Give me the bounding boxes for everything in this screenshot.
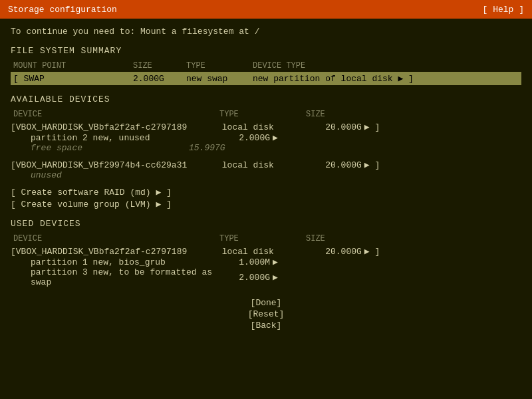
used-device-1-size: 20.000G — [309, 247, 362, 257]
used-device-partition3[interactable]: partition 3 new, to be formatted as swap… — [11, 267, 521, 287]
bracket-open: [ — [11, 122, 16, 132]
done-btn-row: [ Done ] — [251, 298, 282, 308]
bracket-open-2: [ — [11, 160, 16, 170]
device-2-name: VBOX_HARDDISK_VBf29974b4-cc629a31 — [16, 160, 222, 170]
help-button[interactable]: [ Help ] — [483, 5, 524, 15]
available-device-2-main[interactable]: [ VBOX_HARDDISK_VBf29974b4-cc629a31 loca… — [11, 160, 521, 170]
available-device-1-main[interactable]: [ VBOX_HARDDISK_VBbfa2f2af-c2797189 loca… — [11, 122, 521, 132]
reset-btn-row: [ Reset ] — [248, 309, 285, 319]
done-bracket-close: ] — [277, 298, 282, 308]
device-1-type: local disk — [222, 122, 309, 132]
device-1-arrow: ▶ ] — [362, 122, 380, 132]
fs-device-type: new partition of local disk ▶ ] — [253, 73, 426, 84]
reset-bracket-open: [ — [248, 309, 253, 319]
available-device-1: [ VBOX_HARDDISK_VBbfa2f2af-c2797189 loca… — [11, 122, 521, 153]
fs-type: new swap — [186, 74, 253, 84]
device-1-size: 20.000G — [309, 122, 362, 132]
back-bracket-close: ] — [277, 321, 282, 331]
back-button[interactable]: Back — [255, 321, 276, 331]
reset-bracket-close: ] — [279, 309, 285, 319]
device-2-type: local disk — [222, 160, 309, 170]
fs-summary-header: FILE SYSTEM SUMMARY — [11, 46, 521, 56]
used-device-1: [ VBOX_HARDDISK_VBbfa2f2af-c2797189 loca… — [11, 246, 521, 287]
fs-row-swap[interactable]: [ SWAP 2.000G new swap new partition of … — [11, 72, 521, 85]
device-2-arrow: ▶ ] — [362, 160, 380, 170]
instruction-text: To continue you need to: Mount a filesys… — [11, 27, 521, 37]
app-title: Storage configuration — [8, 5, 117, 15]
used-devices-header: USED DEVICES — [11, 219, 521, 229]
fs-table-header: MOUNT POINT SIZE TYPE DEVICE TYPE — [11, 61, 521, 70]
used-bracket-open: [ — [11, 247, 16, 257]
device-2-unused: unused — [11, 170, 521, 180]
fs-size: 2.000G — [133, 74, 186, 84]
buttons-area: [ Done ] [ Reset ] [ Back ] — [11, 298, 521, 331]
create-raid-action[interactable]: [ Create software RAID (md) ▶ ] — [11, 187, 521, 198]
device-1-name: VBOX_HARDDISK_VBbfa2f2af-c2797189 — [16, 122, 222, 132]
available-device-2: [ VBOX_HARDDISK_VBf29974b4-cc629a31 loca… — [11, 160, 521, 180]
back-btn-row: [ Back ] — [251, 321, 282, 331]
device-1-partition2[interactable]: partition 2 new, unused 2.000G ▶ — [11, 132, 521, 143]
available-devices-header: AVAILABLE DEVICES — [11, 94, 521, 104]
create-lvm-action[interactable]: [ Create volume group (LVM) ▶ ] — [11, 199, 521, 209]
done-bracket-open: [ — [251, 298, 256, 308]
back-bracket-open: [ — [251, 321, 256, 331]
reset-button[interactable]: Reset — [253, 309, 279, 319]
used-device-1-type: local disk — [222, 247, 309, 257]
used-device-1-name: VBOX_HARDDISK_VBbfa2f2af-c2797189 — [16, 247, 222, 257]
device-1-free-space: free space15.997G — [11, 143, 521, 153]
device-2-size: 20.000G — [309, 160, 362, 170]
used-device-1-main[interactable]: [ VBOX_HARDDISK_VBbfa2f2af-c2797189 loca… — [11, 246, 521, 257]
done-button[interactable]: Done — [255, 298, 276, 308]
available-devices-col-header: DEVICE TYPE SIZE — [11, 110, 521, 119]
used-device-1-arrow: ▶ ] — [362, 246, 380, 257]
used-devices-col-header: DEVICE TYPE SIZE — [11, 234, 521, 243]
fs-mount-point: [ SWAP — [13, 74, 133, 84]
used-device-partition1[interactable]: partition 1 new, bios_grub 1.000M ▶ — [11, 257, 521, 267]
